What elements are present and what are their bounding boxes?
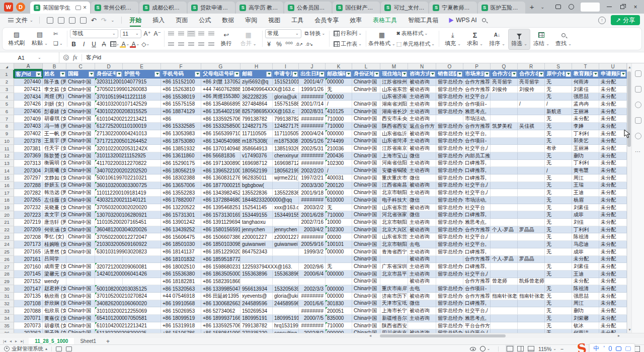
cell[interactable]: 169698712 <box>240 160 273 167</box>
column-header-J[interactable]: J <box>299 63 326 70</box>
cell[interactable]: jennychen <box>240 226 273 234</box>
cell[interactable]: +86 1396522100 <box>201 167 240 174</box>
cell[interactable]: 301830 <box>326 300 352 308</box>
justify-icon[interactable] <box>197 40 205 48</box>
cell[interactable]: 有录 <box>545 145 572 152</box>
cell[interactable]: 留学总经办 <box>436 322 463 330</box>
cell[interactable] <box>491 182 518 190</box>
cell[interactable]: 无 <box>545 322 572 330</box>
cell[interactable]: 151521001 <box>273 78 299 86</box>
column-header-T[interactable]: T <box>572 63 599 70</box>
cell[interactable]: 任天宇 (女 <box>43 145 66 152</box>
align-top-icon[interactable] <box>167 30 175 38</box>
cell[interactable]: 无 <box>545 248 572 256</box>
filter-dropdown-button[interactable] <box>593 71 598 77</box>
header-cell[interactable]: 父母电话号码 <box>201 70 240 78</box>
cell[interactable]: 未分配 <box>599 145 627 152</box>
cell-style-button[interactable]: ⬚单元格样式⌄ <box>395 40 436 48</box>
cell[interactable]: 207135 <box>14 293 43 300</box>
header-cell[interactable]: 申请顾问 <box>599 70 627 78</box>
cell[interactable]: m1875308( <box>240 138 273 145</box>
cell[interactable] <box>491 101 518 108</box>
cell[interactable]: +86 1859518772 <box>201 256 240 263</box>
rail-clip-icon[interactable] <box>635 102 641 108</box>
cell[interactable]: +86 1372884680 <box>201 197 240 204</box>
cell[interactable]: 无 <box>545 219 572 226</box>
cell[interactable]: ######## <box>299 123 326 130</box>
cell[interactable]: 吴佳祺 <box>518 123 545 130</box>
cell[interactable]: 天津市宝坻 <box>380 300 408 308</box>
cell[interactable]: 未分配 <box>599 115 627 123</box>
cell[interactable]: 180562199 <box>273 167 299 174</box>
file-tab[interactable]: S医护五险一金.xlsx <box>478 2 525 14</box>
column-header-U[interactable]: U <box>599 63 627 70</box>
minimize-button[interactable] <box>603 2 616 12</box>
cell[interactable] <box>123 278 161 286</box>
header-cell[interactable]: 身份证地址 <box>352 70 380 78</box>
cell[interactable]: 留学总经办 <box>436 167 463 174</box>
cell[interactable] <box>491 219 518 226</box>
cell[interactable]: 合作方推荐 <box>463 293 491 300</box>
column-header-M[interactable]: M <box>380 63 408 70</box>
cell[interactable]: 未分配 <box>599 285 627 293</box>
cell[interactable]: 吕同学 <box>43 256 66 263</box>
cell[interactable]: wendy <box>43 278 66 286</box>
cell[interactable]: 000000 <box>326 285 352 293</box>
cell[interactable]: China中国 <box>66 130 95 138</box>
cell[interactable] <box>491 145 518 152</box>
column-header-E[interactable]: E <box>123 63 161 70</box>
paste-button[interactable]: ▤ 粘贴 ⌄ <box>29 28 51 49</box>
cell[interactable]: +86 15606475 <box>161 233 201 241</box>
cell[interactable]: 207378 <box>14 138 43 145</box>
cell[interactable]: 2003/3/30 <box>299 182 326 190</box>
cell[interactable]: wjrme221( <box>273 174 299 182</box>
cell[interactable]: 117110505 <box>273 130 299 138</box>
cell[interactable]: 广东省深圳 <box>380 263 408 271</box>
cell[interactable] <box>518 329 545 333</box>
restore-button[interactable] <box>616 2 629 12</box>
cell[interactable]: 无 <box>545 182 572 190</box>
file-menu[interactable]: 文件 ⌄ <box>4 16 37 25</box>
cell[interactable]: +86 1343982452 <box>201 189 240 197</box>
cell[interactable]: ######## <box>299 160 326 167</box>
cell[interactable]: +86 18874129 <box>161 108 201 116</box>
cell[interactable] <box>518 197 545 204</box>
cell[interactable]: 个人-罗晶 <box>491 226 518 234</box>
cell[interactable] <box>66 256 95 263</box>
cell[interactable]: 864752343 <box>240 248 273 256</box>
header-cell[interactable]: 姓名 <box>43 70 66 78</box>
cell[interactable]: 430321200211140121 <box>95 197 123 204</box>
eraser-button[interactable]: ◇⌄ <box>141 40 149 48</box>
row-header-15[interactable]: 15 <box>0 174 14 182</box>
cell[interactable]: China中国 <box>352 145 380 152</box>
cell[interactable]: 留学总经办 <box>436 152 463 160</box>
cell[interactable] <box>518 322 545 330</box>
cell[interactable]: 未分配 <box>599 86 627 94</box>
cell[interactable]: / <box>326 101 352 108</box>
cell[interactable]: 2005/9/16 <box>299 241 326 248</box>
cell[interactable]: 新疆维吾尔 <box>380 315 408 322</box>
cell[interactable] <box>491 167 518 174</box>
cell[interactable] <box>491 300 518 308</box>
increase-font-button[interactable]: A⁺ <box>143 30 151 38</box>
cell[interactable]: 主动咨询 <box>408 101 436 108</box>
filter-dropdown-button[interactable] <box>60 71 65 77</box>
cell[interactable]: China中国 <box>66 197 95 204</box>
bold-button[interactable]: B <box>70 40 78 48</box>
cell[interactable]: +86 18182281 <box>161 278 201 286</box>
cell[interactable]: 未分配 <box>599 101 627 108</box>
cell[interactable]: +86 13439252 <box>161 226 201 234</box>
cell[interactable]: 无 <box>545 263 572 271</box>
cell[interactable]: 济南市历下 <box>380 293 408 300</box>
system-caret-icon[interactable]: ▴ <box>45 346 47 351</box>
cell[interactable]: 王迪 <box>572 271 599 278</box>
cell[interactable]: 丁利利 <box>572 160 599 167</box>
cell[interactable]: +86 18002510 <box>161 263 201 271</box>
cell[interactable]: China中国 <box>352 329 380 333</box>
row-header-21[interactable]: 21 <box>0 219 14 226</box>
find-button[interactable]: 查找 ⌄ <box>552 29 575 50</box>
header-cell[interactable]: 国籍 <box>66 70 95 78</box>
cell[interactable]: 155751588 <box>273 101 299 108</box>
cell[interactable]: 蒯玏 <box>572 152 599 160</box>
cell[interactable]: 271302200004241013 <box>95 130 123 138</box>
